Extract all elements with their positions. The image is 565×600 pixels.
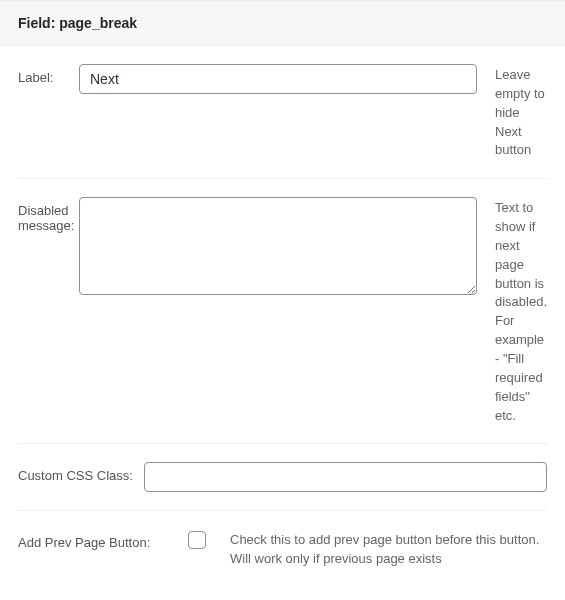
label-input-wrap [79,64,477,94]
row-custom-css: Custom CSS Class: [18,444,547,511]
disabled-message-label: Disabled message: [18,197,73,233]
add-prev-checkbox[interactable] [188,531,206,549]
custom-css-label: Custom CSS Class: [18,462,138,483]
disabled-message-textarea[interactable] [79,197,477,295]
dialog-header: Field: page_break [0,0,565,46]
add-prev-help: Check this to add prev page button befor… [220,529,547,569]
disabled-message-help: Text to show if next page button is disa… [483,197,547,425]
add-prev-label: Add Prev Page Button: [18,529,173,550]
dialog-body: Label: Leave empty to hide Next button D… [0,46,565,600]
label-input[interactable] [79,64,477,94]
dialog-title: Field: page_break [18,15,547,31]
add-prev-checkbox-wrap [179,529,214,549]
label-help: Leave empty to hide Next button [483,64,547,160]
row-add-prev: Add Prev Page Button: Check this to add … [18,511,547,587]
row-label: Label: Leave empty to hide Next button [18,46,547,179]
custom-css-input-wrap [144,462,547,492]
label-field-label: Label: [18,64,73,85]
disabled-message-input-wrap [79,197,477,298]
row-disabled-message: Disabled message: Text to show if next p… [18,179,547,444]
custom-css-input[interactable] [144,462,547,492]
